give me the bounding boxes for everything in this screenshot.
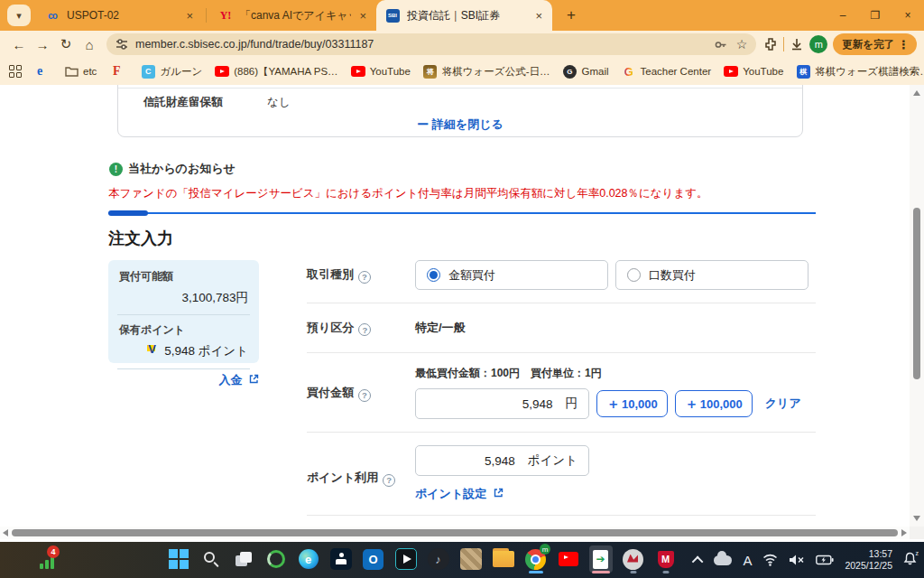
vertical-scrollbar[interactable] bbox=[910, 85, 924, 527]
bookmark-item[interactable]: G Gmail bbox=[562, 64, 608, 79]
ime-mode-indicator[interactable]: A bbox=[743, 553, 752, 568]
card-divider bbox=[118, 88, 802, 89]
back-icon[interactable]: ← bbox=[7, 33, 31, 56]
bookmark-item[interactable]: YouTube bbox=[724, 64, 783, 79]
bookmark-item[interactable]: C ガルーン bbox=[141, 64, 202, 79]
new-tab-button[interactable]: + bbox=[561, 6, 581, 24]
scroll-right-icon[interactable] bbox=[901, 529, 907, 536]
notification-bell-icon[interactable]: z bbox=[903, 552, 917, 569]
bookmark-item[interactable]: YouTube bbox=[351, 64, 411, 79]
add-10000-button[interactable]: ＋10,000 bbox=[596, 390, 668, 417]
volume-muted-icon[interactable] bbox=[789, 554, 805, 566]
menu-dots-icon[interactable]: ⋮ bbox=[894, 38, 913, 51]
site-settings-icon[interactable] bbox=[116, 38, 128, 51]
vertical-scroll-thumb[interactable] bbox=[913, 208, 920, 379]
tab-sbi-active[interactable]: SBI 投資信託｜SBI証券 × bbox=[376, 0, 552, 31]
radio-icon[interactable] bbox=[627, 268, 641, 282]
add-100000-button[interactable]: ＋100,000 bbox=[675, 390, 753, 417]
forward-icon[interactable]: → bbox=[31, 33, 54, 56]
tab-close-icon[interactable]: × bbox=[183, 9, 196, 23]
help-icon[interactable]: ? bbox=[358, 389, 371, 402]
amount-input[interactable]: 5,948 円 bbox=[415, 388, 589, 419]
wifi-icon[interactable] bbox=[762, 554, 778, 566]
security-app-icon[interactable] bbox=[621, 545, 645, 573]
onedrive-icon[interactable] bbox=[714, 555, 732, 565]
tab-uspot[interactable]: co USPOT-02 × bbox=[36, 0, 203, 31]
tray-expand-icon[interactable] bbox=[692, 555, 704, 567]
scroll-up-icon[interactable] bbox=[913, 90, 920, 96]
trade-type-label: 取引種別? bbox=[307, 266, 415, 284]
chrome-profile-badge: m bbox=[540, 544, 550, 555]
horizontal-scrollbar[interactable] bbox=[0, 527, 910, 539]
scroll-down-icon[interactable] bbox=[913, 516, 920, 521]
account-type-label: 預り区分? bbox=[307, 320, 415, 337]
apps-grid-icon[interactable] bbox=[9, 65, 22, 78]
task-view-icon[interactable] bbox=[231, 545, 255, 573]
taskbar-clock[interactable]: 13:57 2025/12/25 bbox=[845, 548, 892, 572]
horizontal-scroll-thumb[interactable] bbox=[12, 529, 898, 536]
close-details-label: 詳細を閉じる bbox=[432, 117, 504, 131]
help-icon[interactable]: ? bbox=[383, 474, 395, 487]
home-icon[interactable]: ⌂ bbox=[78, 33, 101, 56]
music-app-icon[interactable]: ♪ bbox=[426, 545, 450, 573]
download-icon[interactable] bbox=[790, 37, 804, 51]
start-button[interactable] bbox=[166, 545, 190, 573]
option-label: 金額買付 bbox=[448, 267, 495, 284]
clock-time: 13:57 bbox=[845, 548, 892, 560]
bookmark-label: Gmail bbox=[581, 66, 608, 77]
external-link-icon bbox=[249, 373, 259, 387]
video-editor-icon[interactable] bbox=[393, 545, 418, 573]
tab-close-icon[interactable]: × bbox=[532, 9, 545, 23]
help-icon[interactable]: ? bbox=[358, 323, 371, 336]
tab-canva[interactable]: Y! 「canva AIでアイキャッチをつくる」の… × bbox=[209, 0, 376, 31]
option-amount-purchase[interactable]: 金額買付 bbox=[415, 260, 608, 290]
clear-button[interactable]: クリア bbox=[765, 396, 801, 412]
bookmark-item[interactable]: e bbox=[32, 64, 51, 79]
outlook-icon[interactable]: O bbox=[361, 545, 385, 573]
radio-selected-icon[interactable] bbox=[427, 268, 440, 282]
kindle-icon[interactable] bbox=[328, 545, 353, 573]
password-key-icon[interactable] bbox=[714, 38, 727, 51]
help-icon[interactable]: ? bbox=[358, 271, 371, 284]
document-app-icon[interactable] bbox=[588, 545, 613, 573]
tab-title: 「canva AIでアイキャッチをつくる」の… bbox=[240, 8, 351, 23]
file-explorer-icon[interactable] bbox=[491, 545, 515, 573]
game-app-icon[interactable] bbox=[458, 545, 483, 573]
bookmark-item[interactable]: 将 将棋ウォーズ公式-日… bbox=[423, 64, 550, 79]
mcafee-icon[interactable]: M bbox=[653, 545, 678, 573]
url-text[interactable]: member.c.sbisec.co.jp/fund/trade/buy/033… bbox=[135, 38, 707, 51]
summary-divider bbox=[117, 368, 250, 369]
taskbar-apps: e O ♪ m M bbox=[166, 545, 678, 573]
points-input[interactable]: 5,948 ポイント bbox=[415, 445, 589, 476]
battery-icon[interactable] bbox=[816, 555, 834, 565]
address-bar[interactable]: member.c.sbisec.co.jp/fund/trade/buy/033… bbox=[106, 33, 756, 55]
loop-app-icon[interactable] bbox=[263, 545, 288, 573]
tab-title: 投資信託｜SBI証券 bbox=[407, 8, 527, 23]
update-chrome-button[interactable]: 更新を完了 ⋮ bbox=[833, 33, 917, 55]
bookmark-item[interactable]: etc bbox=[64, 64, 97, 79]
amount-hint: 最低買付金額：100円 買付単位：1円 bbox=[415, 366, 801, 381]
profile-avatar[interactable]: m bbox=[809, 35, 827, 53]
close-details-link[interactable]: ー 詳細を閉じる bbox=[118, 117, 802, 133]
deposit-link[interactable]: 入金 bbox=[108, 372, 259, 388]
search-icon[interactable] bbox=[199, 545, 223, 573]
tab-close-icon[interactable]: × bbox=[356, 9, 369, 23]
option-unit-purchase[interactable]: 口数買付 bbox=[615, 260, 808, 290]
minimize-button[interactable]: – bbox=[827, 0, 859, 31]
reload-icon[interactable]: ↻ bbox=[54, 33, 78, 56]
bookmark-item[interactable]: (886)【YAMAHA PS… bbox=[215, 64, 337, 79]
bookmark-star-icon[interactable]: ☆ bbox=[736, 37, 748, 51]
close-button[interactable]: × bbox=[892, 0, 924, 31]
scroll-left-icon[interactable] bbox=[3, 529, 8, 536]
bookmark-item[interactable]: G Teacher Center bbox=[622, 64, 712, 79]
bookmark-item[interactable]: F bbox=[109, 64, 128, 79]
youtube-app-icon[interactable] bbox=[556, 545, 580, 573]
bookmark-item[interactable]: 棋 将棋ウォーズ棋譜検索… bbox=[796, 64, 924, 79]
stock-app-icon[interactable]: 4 bbox=[38, 549, 58, 571]
chrome-icon[interactable]: m bbox=[523, 545, 548, 573]
extensions-icon[interactable] bbox=[763, 37, 778, 51]
maximize-button[interactable]: ❐ bbox=[859, 0, 892, 31]
point-settings-link[interactable]: ポイント設定 bbox=[415, 486, 589, 502]
edge-icon[interactable]: e bbox=[296, 545, 320, 573]
tab-search-button[interactable]: ▾ bbox=[7, 5, 31, 26]
